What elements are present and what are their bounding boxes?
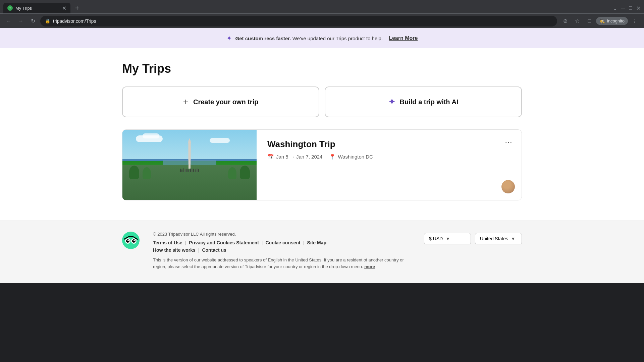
incognito-icon: 🕵: [599, 18, 605, 23]
banner-text-regular: We've updated our Trips product to help.: [292, 36, 383, 41]
trip-image: [122, 130, 257, 200]
svg-point-5: [127, 240, 129, 241]
active-tab[interactable]: T My Trips ✕: [3, 3, 70, 13]
footer-more-link[interactable]: more: [364, 264, 375, 269]
svg-point-6: [133, 240, 135, 241]
footer-links-section: © 2023 Tripadvisor LLC All rights reserv…: [153, 232, 411, 270]
footer-link-cookies[interactable]: Cookie consent: [265, 240, 300, 245]
footer-link-contact[interactable]: Contact us: [202, 247, 226, 253]
banner-text: Get custom recs faster. We've updated ou…: [235, 36, 383, 41]
main-content: My Trips + Create your own trip ✦ Build …: [114, 48, 530, 221]
page-title: My Trips: [122, 62, 522, 76]
footer-inner: © 2023 Tripadvisor LLC All rights reserv…: [114, 232, 530, 270]
ai-sparkle-icon: ✦: [388, 97, 395, 107]
forward-button[interactable]: →: [16, 16, 25, 26]
new-tab-button[interactable]: +: [73, 4, 81, 12]
promo-banner: ✦ Get custom recs faster. We've updated …: [0, 28, 644, 48]
location-pin-icon: 📍: [329, 154, 336, 160]
banner-learn-more-link[interactable]: Learn More: [389, 35, 418, 41]
trip-options-button[interactable]: ⋯: [502, 136, 515, 148]
back-button[interactable]: ←: [4, 16, 13, 26]
ai-trip-label: Build a trip with AI: [400, 98, 459, 106]
lock-icon: 🔒: [45, 18, 50, 23]
trip-date-range: Jan 5 → Jan 7, 2024: [276, 154, 322, 160]
tab-bar-controls: ⌄ ─ □ ✕: [613, 5, 641, 11]
footer-link-how-it-works[interactable]: How the site works: [153, 247, 196, 253]
tripadvisor-logo: [122, 232, 140, 249]
footer-separator-1: |: [185, 240, 186, 245]
tab-list-icon[interactable]: ⌄: [613, 5, 617, 11]
tab-title: My Trips: [15, 6, 32, 11]
trip-location-text: Washington DC: [338, 154, 373, 160]
tab-favicon: T: [7, 5, 13, 11]
currency-chevron-icon: ▼: [445, 236, 450, 241]
calendar-icon: 📅: [267, 154, 274, 160]
banner-text-bold: Get custom recs faster.: [235, 36, 291, 41]
toolbar-actions: ⊘ ☆ □ 🕵 Incognito ⋮: [560, 16, 640, 26]
footer-link-sitemap[interactable]: Site Map: [307, 240, 326, 245]
bookmark-icon[interactable]: ☆: [572, 16, 583, 26]
tab-close-button[interactable]: ✕: [62, 5, 66, 11]
browser-toolbar: ← → ↻ 🔒 tripadvisor.com/Trips ⊘ ☆ □ 🕵 In…: [0, 13, 644, 28]
plus-icon: +: [183, 97, 189, 107]
profile-icon[interactable]: □: [584, 16, 595, 26]
footer-copyright: © 2023 Tripadvisor LLC All rights reserv…: [153, 232, 411, 237]
url-text: tripadvisor.com/Trips: [53, 18, 96, 24]
create-trip-label: Create your own trip: [193, 98, 258, 106]
close-window-button[interactable]: ✕: [636, 5, 641, 11]
address-bar[interactable]: 🔒 tripadvisor.com/Trips: [40, 16, 557, 26]
camera-off-icon[interactable]: ⊘: [560, 16, 571, 26]
browser-window: T My Trips ✕ + ⌄ ─ □ ✕ ← → ↻ 🔒 tripadvis…: [0, 0, 644, 362]
region-chevron-icon: ▼: [511, 236, 516, 241]
footer-disclaimer: This is the version of our website addre…: [153, 257, 411, 270]
footer-separator-4: |: [198, 247, 200, 253]
currency-selector[interactable]: $ USD ▼: [424, 233, 471, 244]
banner-sparkle-icon: ✦: [226, 34, 232, 42]
currency-value: $ USD: [429, 236, 443, 241]
ai-trip-card[interactable]: ✦ Build a trip with AI: [325, 86, 522, 117]
incognito-badge[interactable]: 🕵 Incognito: [596, 17, 628, 25]
region-selector[interactable]: United States ▼: [475, 233, 522, 244]
trip-card[interactable]: Washington Trip 📅 Jan 5 → Jan 7, 2024 📍 …: [122, 129, 522, 200]
footer: © 2023 Tripadvisor LLC All rights reserv…: [0, 221, 644, 283]
create-trip-card[interactable]: + Create your own trip: [122, 86, 319, 117]
trip-info: Washington Trip 📅 Jan 5 → Jan 7, 2024 📍 …: [257, 130, 522, 200]
footer-links-row-2: How the site works | Contact us: [153, 247, 411, 253]
trip-name: Washington Trip: [267, 139, 511, 149]
region-value: United States: [480, 236, 508, 241]
trip-dates: 📅 Jan 5 → Jan 7, 2024: [267, 154, 322, 160]
minimize-button[interactable]: ─: [621, 5, 625, 11]
footer-links-row-1: Terms of Use | Privacy and Cookies State…: [153, 240, 411, 245]
page-content: ✦ Get custom recs faster. We've updated …: [0, 28, 644, 283]
svg-point-0: [122, 232, 140, 249]
footer-selectors: $ USD ▼ United States ▼: [424, 233, 522, 244]
trip-location: 📍 Washington DC: [329, 154, 373, 160]
tab-bar: T My Trips ✕ + ⌄ ─ □ ✕: [0, 0, 644, 13]
footer-link-terms[interactable]: Terms of Use: [153, 240, 182, 245]
reload-button[interactable]: ↻: [28, 16, 38, 26]
footer-separator-3: |: [303, 240, 305, 245]
footer-link-privacy[interactable]: Privacy and Cookies Statement: [189, 240, 259, 245]
trip-meta: 📅 Jan 5 → Jan 7, 2024 📍 Washington DC: [267, 154, 511, 160]
maximize-button[interactable]: □: [629, 5, 632, 11]
footer-separator-2: |: [262, 240, 263, 245]
incognito-label: Incognito: [607, 18, 625, 23]
avatar-image: [501, 180, 515, 193]
action-cards-row: + Create your own trip ✦ Build a trip wi…: [122, 86, 522, 117]
trip-avatar: [501, 180, 515, 193]
more-options-icon[interactable]: ⋮: [629, 16, 640, 26]
